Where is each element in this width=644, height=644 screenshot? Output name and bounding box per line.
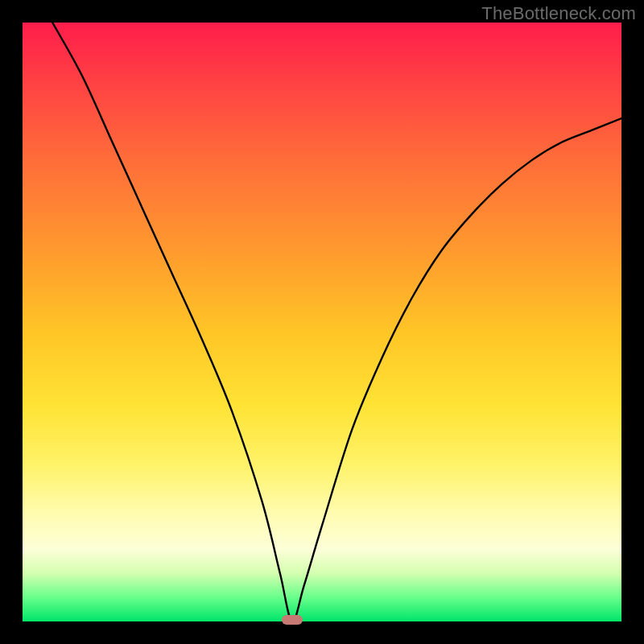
curve-svg (23, 23, 621, 621)
bottleneck-curve (52, 23, 621, 621)
watermark-text: TheBottleneck.com (481, 3, 636, 24)
chart-frame: TheBottleneck.com (0, 0, 644, 644)
minimum-marker (282, 615, 303, 625)
plot-area (23, 23, 621, 621)
